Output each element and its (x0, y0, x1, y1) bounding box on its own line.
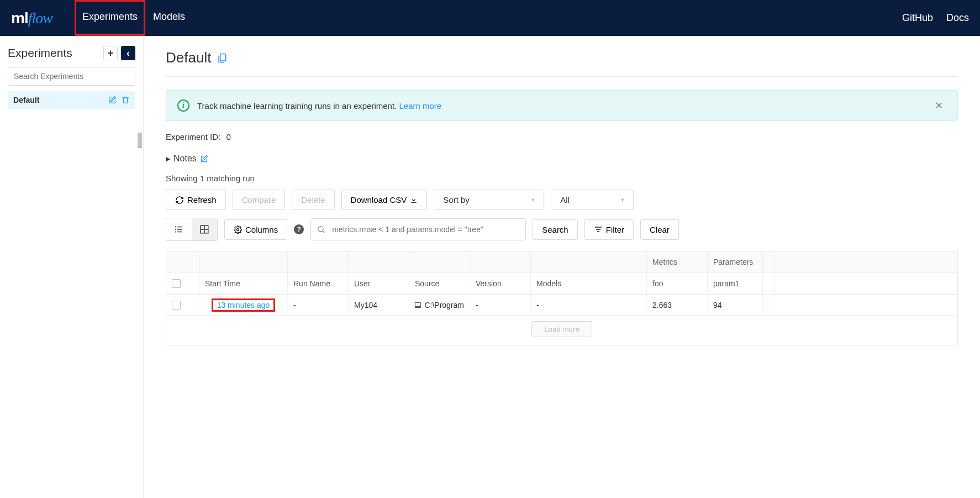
toolbar-primary: Refresh Compare Delete Download CSV Sort… (166, 190, 958, 210)
sidebar-item-default[interactable]: Default (8, 91, 135, 109)
notes-toggle[interactable]: ▶ Notes (166, 154, 958, 164)
page-title: Default (166, 49, 211, 66)
link-docs[interactable]: Docs (946, 12, 969, 24)
run-link[interactable]: 13 minutes ago (213, 300, 275, 311)
delete-button: Delete (292, 190, 334, 210)
banner-text: Track machine learning training runs in … (197, 101, 924, 111)
refresh-icon (175, 196, 184, 205)
close-banner-button[interactable]: ✕ (931, 99, 946, 112)
delete-icon[interactable] (121, 96, 130, 104)
logo-ml: ml (11, 9, 28, 27)
help-icon[interactable]: ? (294, 224, 304, 234)
filter-icon (594, 225, 603, 234)
laptop-icon (415, 302, 421, 308)
copy-icon[interactable] (217, 53, 228, 64)
sortby-select[interactable]: Sort by ▾ (434, 190, 544, 210)
cell-source: C:\Program (409, 295, 470, 315)
svg-rect-0 (220, 54, 226, 61)
sidebar-scrollbar[interactable] (138, 133, 142, 148)
download-label: Download CSV (351, 195, 407, 205)
table-header-row: Start Time Run Name User Source Version … (166, 272, 957, 295)
view-toggle (166, 218, 218, 241)
header-checkbox-cell (166, 272, 199, 294)
header-start-time[interactable]: Start Time (199, 272, 288, 294)
header-run-name[interactable]: Run Name (288, 272, 349, 294)
filter-label: Filter (606, 225, 624, 234)
chevron-left-icon: ‹ (127, 48, 130, 59)
svg-point-5 (175, 231, 176, 232)
search-button[interactable]: Search (533, 219, 578, 240)
header-version[interactable]: Version (470, 272, 531, 294)
header-right: GitHub Docs (902, 12, 969, 24)
svg-rect-14 (596, 229, 600, 229)
filter-all-select[interactable]: All ▾ (551, 190, 634, 210)
sidebar-title: Experiments (8, 46, 72, 60)
sidebar: Experiments + ‹ Default (0, 36, 144, 498)
collapse-sidebar-button[interactable]: ‹ (121, 46, 135, 60)
close-icon: ✕ (935, 100, 943, 111)
group-parameters: Parameters (708, 251, 763, 272)
cell-param1: 94 (708, 295, 763, 315)
edit-notes-icon[interactable] (200, 155, 208, 163)
cell-foo: 2.663 (647, 295, 708, 315)
header-user[interactable]: User (349, 272, 409, 294)
load-more-button: Load more (531, 321, 592, 337)
filter-all-label: All (560, 195, 570, 205)
refresh-button[interactable]: Refresh (166, 190, 226, 210)
search-icon (317, 225, 325, 234)
svg-point-11 (318, 227, 323, 232)
svg-rect-13 (595, 227, 602, 227)
table-group-header: Metrics Parameters (166, 251, 957, 272)
divider (166, 76, 958, 77)
edit-icon[interactable] (108, 96, 117, 104)
download-csv-button[interactable]: Download CSV (341, 190, 428, 210)
group-metrics: Metrics (647, 251, 708, 272)
header-foo[interactable]: foo (647, 272, 708, 294)
filter-button[interactable]: Filter (584, 219, 634, 240)
header-source[interactable]: Source (409, 272, 470, 294)
chevron-down-icon: ▾ (621, 196, 624, 203)
row-checkbox-cell (166, 295, 199, 315)
compare-button: Compare (233, 190, 286, 210)
list-view-button[interactable] (166, 218, 192, 240)
tab-models[interactable]: Models (145, 0, 193, 36)
tab-experiments[interactable]: Experiments (75, 0, 145, 36)
search-experiments-input[interactable] (8, 67, 135, 86)
grid-icon (199, 224, 209, 234)
notes-label: Notes (173, 154, 197, 164)
select-all-checkbox[interactable] (172, 279, 181, 288)
table-row: 13 minutes ago - My104 C:\Program - - 2.… (166, 295, 957, 316)
clear-button[interactable]: Clear (640, 219, 679, 240)
cell-user: My104 (349, 295, 409, 315)
link-github[interactable]: GitHub (902, 12, 933, 24)
info-banner: i Track machine learning training runs i… (166, 90, 958, 121)
add-experiment-button[interactable]: + (103, 46, 118, 60)
svg-rect-15 (597, 231, 599, 232)
svg-point-10 (237, 228, 239, 230)
learn-more-link[interactable]: Learn more (399, 101, 441, 111)
cell-run-name: - (288, 295, 349, 315)
svg-line-12 (323, 231, 324, 233)
mlflow-logo[interactable]: mlflow (11, 9, 52, 27)
row-checkbox[interactable] (172, 301, 181, 310)
svg-rect-6 (177, 232, 182, 233)
columns-button[interactable]: Columns (224, 219, 287, 240)
svg-point-3 (175, 229, 176, 230)
search-runs-input[interactable] (329, 222, 520, 237)
banner-message: Track machine learning training runs in … (197, 101, 399, 111)
columns-label: Columns (245, 225, 278, 234)
download-icon (410, 196, 418, 204)
cell-start-time: 13 minutes ago (199, 295, 288, 315)
experiment-id-value: 0 (226, 132, 230, 141)
list-icon (174, 224, 184, 234)
grid-view-button[interactable] (192, 218, 217, 240)
caret-right-icon: ▶ (166, 155, 170, 162)
showing-count: Showing 1 matching run (166, 174, 958, 183)
sidebar-item-label: Default (13, 96, 39, 104)
cell-version: - (470, 295, 531, 315)
header-param1[interactable]: param1 (708, 272, 763, 294)
experiment-id-row: Experiment ID: 0 (166, 132, 958, 141)
gear-icon (234, 226, 242, 234)
refresh-label: Refresh (187, 195, 217, 205)
header-models[interactable]: Models (531, 272, 647, 294)
